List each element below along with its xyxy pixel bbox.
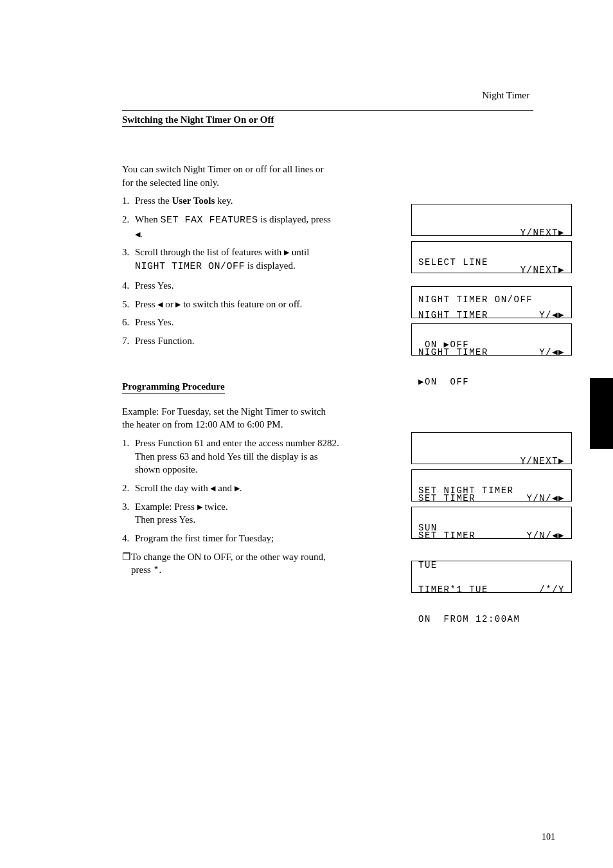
lcd-night-timer-on: NIGHT TIMERY/◀▶ ▶ON OFF — [411, 323, 572, 356]
note-1: ❐ To change the ON to OFF, or the other … — [122, 550, 334, 578]
header-rule — [122, 110, 533, 111]
step-1-5: 5. Press ◀ or ▶ to switch this feature o… — [122, 298, 341, 311]
lcd-column-1: Y/NEXT▶ SELECT LINE Y/NEXT▶ NIGHT TIMER … — [411, 165, 572, 359]
step-1-2: 2. When SET FAX FEATURES is displayed, p… — [122, 213, 341, 240]
box-bullet-icon: ❐ — [122, 550, 131, 578]
side-tab — [590, 378, 613, 449]
section2-label: Programming Procedure — [122, 381, 225, 393]
lcd-select-line: Y/NEXT▶ SELECT LINE — [411, 204, 572, 236]
lcd-set-timer-sun: SET TIMERY/N/◀▶ SUN — [411, 469, 572, 502]
step-2-2: 2. Scroll the day with ◀ and ▶. — [122, 482, 341, 495]
page-header-title: Night Timer — [64, 90, 529, 101]
step-2-4: 4. Program the first timer for Tuesday; — [122, 532, 341, 545]
step-1-3: 3. Scroll through the list of features w… — [122, 246, 341, 273]
step-2-3: 3. Example: Press ▶ twice.Then press Yes… — [122, 500, 341, 527]
section2-intro: Example: For Tuesday, set the Night Time… — [122, 405, 334, 431]
step-1-4: 4. Press Yes. — [122, 279, 341, 293]
lcd-timer-1-tue: TIMER*1 TUE/*/Y ON FROM 12:00AM — [411, 561, 572, 593]
section1-intro: You can switch Night Timer on or off for… — [122, 163, 334, 189]
lcd-night-timer-off: NIGHT TIMERY/◀▶ ON ▶OFF — [411, 286, 572, 318]
page-number: 101 — [542, 832, 555, 842]
lcd-night-timer-onoff-menu: Y/NEXT▶ NIGHT TIMER ON/OFF — [411, 241, 572, 273]
lcd-set-night-timer: Y/NEXT▶ SET NIGHT TIMER — [411, 432, 572, 464]
step-1-1: 1. Press the User Tools key. — [122, 194, 341, 208]
step-2-1: 1. Press Function 61 and enter the acces… — [122, 437, 341, 476]
left-arrow-icon: ◀ — [135, 230, 140, 238]
section1-label: Switching the Night Timer On or Off — [122, 114, 274, 127]
step-1-6: 6. Press Yes. — [122, 316, 341, 329]
lcd-set-timer-tue: SET TIMERY/N/◀▶ TUE — [411, 507, 572, 539]
right-arrow-icon: ▶ — [235, 484, 240, 492]
right-arrow-icon: ▶ — [197, 503, 202, 511]
lcd-column-2: Y/NEXT▶ SET NIGHT TIMER SET TIMERY/N/◀▶ … — [411, 405, 572, 597]
step-1-7: 7. Press Function. — [122, 334, 341, 348]
right-arrow-icon: ▶ — [284, 248, 289, 256]
